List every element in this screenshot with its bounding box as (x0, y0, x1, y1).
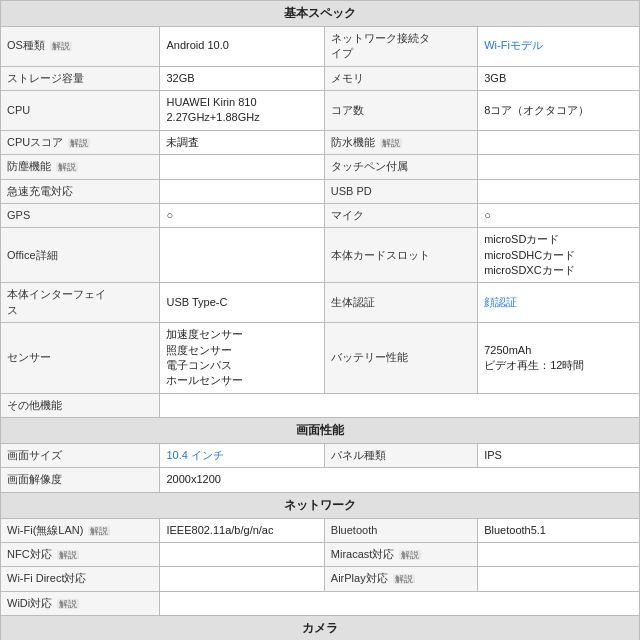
value-sensor: 加速度センサー照度センサー電子コンパスホールセンサー (160, 323, 324, 394)
label-usb-pd: USB PD (324, 179, 477, 203)
value-usb-pd (478, 179, 640, 203)
label-other: その他機能 (1, 393, 160, 417)
value-panel: IPS (478, 444, 640, 468)
table-row: 画面サイズ 10.4 インチ パネル種類 IPS (1, 444, 640, 468)
table-row: ストレージ容量 32GB メモリ 3GB (1, 66, 640, 90)
value-cores: 8コア（オクタコア） (478, 90, 640, 130)
label-sensor: センサー (1, 323, 160, 394)
table-row: Office詳細 本体カードスロット microSDカードmicroSDHCカー… (1, 228, 640, 283)
table-row: Wi-Fi Direct対応 AirPlay対応 解説 (1, 567, 640, 591)
label-cpu-score: CPUスコア 解説 (1, 130, 160, 154)
label-airplay: AirPlay対応 解説 (324, 567, 477, 591)
table-row: 画面解像度 2000x1200 (1, 468, 640, 492)
label-screen-size: 画面サイズ (1, 444, 160, 468)
table-row: OS種類 解説 Android 10.0 ネットワーク接続タイプ Wi-Fiモデ… (1, 26, 640, 66)
label-resolution: 画面解像度 (1, 468, 160, 492)
value-office (160, 228, 324, 283)
table-row: 防塵機能 解説 タッチペン付属 (1, 155, 640, 179)
table-row: センサー 加速度センサー照度センサー電子コンパスホールセンサー バッテリー性能 … (1, 323, 640, 394)
value-nfc (160, 542, 324, 566)
value-widi (160, 591, 640, 615)
table-row: その他機能 (1, 393, 640, 417)
table-row: WiDi対応 解説 (1, 591, 640, 615)
label-miracast: Miracast対応 解説 (324, 542, 477, 566)
label-stylus: タッチペン付属 (324, 155, 477, 179)
table-row: CPUスコア 解説 未調査 防水機能 解説 (1, 130, 640, 154)
label-panel: パネル種類 (324, 444, 477, 468)
label-gps: GPS (1, 203, 160, 227)
value-waterproof (478, 130, 640, 154)
section-header-network: ネットワーク (1, 492, 640, 518)
label-battery: バッテリー性能 (324, 323, 477, 394)
value-wifidirect (160, 567, 324, 591)
table-row: 急速充電対応 USB PD (1, 179, 640, 203)
label-network-type: ネットワーク接続タイプ (324, 26, 477, 66)
value-battery: 7250mAhビデオ再生：12時間 (478, 323, 640, 394)
label-interface: 本体インターフェイス (1, 283, 160, 323)
value-airplay (478, 567, 640, 591)
label-os: OS種類 解説 (1, 26, 160, 66)
label-wifi: Wi-Fi(無線LAN) 解説 (1, 518, 160, 542)
value-dustproof (160, 155, 324, 179)
section-header-camera: カメラ (1, 616, 640, 640)
value-mic: ○ (478, 203, 640, 227)
label-widi: WiDi対応 解説 (1, 591, 160, 615)
table-row: 本体インターフェイス USB Type-C 生体認証 顔認証 (1, 283, 640, 323)
label-card-slot: 本体カードスロット (324, 228, 477, 283)
section-header-basic: 基本スペック (1, 1, 640, 27)
value-other (160, 393, 640, 417)
table-row: Wi-Fi(無線LAN) 解説 IEEE802.11a/b/g/n/ac Blu… (1, 518, 640, 542)
value-interface: USB Type-C (160, 283, 324, 323)
label-cpu: CPU (1, 90, 160, 130)
label-cores: コア数 (324, 90, 477, 130)
value-memory: 3GB (478, 66, 640, 90)
label-mic: マイク (324, 203, 477, 227)
label-storage: ストレージ容量 (1, 66, 160, 90)
label-bluetooth: Bluetooth (324, 518, 477, 542)
label-wifidirect: Wi-Fi Direct対応 (1, 567, 160, 591)
value-cpu: HUAWEI Kirin 8102.27GHz+1.88GHz (160, 90, 324, 130)
value-resolution: 2000x1200 (160, 468, 640, 492)
label-biometric: 生体認証 (324, 283, 477, 323)
value-os: Android 10.0 (160, 26, 324, 66)
table-row: CPU HUAWEI Kirin 8102.27GHz+1.88GHz コア数 … (1, 90, 640, 130)
value-fast-charge (160, 179, 324, 203)
value-network-type: Wi-Fiモデル (478, 26, 640, 66)
label-office: Office詳細 (1, 228, 160, 283)
label-waterproof: 防水機能 解説 (324, 130, 477, 154)
value-bluetooth: Bluetooth5.1 (478, 518, 640, 542)
value-biometric: 顔認証 (478, 283, 640, 323)
value-wifi: IEEE802.11a/b/g/n/ac (160, 518, 324, 542)
value-card-slot: microSDカードmicroSDHCカードmicroSDXCカード (478, 228, 640, 283)
value-screen-size: 10.4 インチ (160, 444, 324, 468)
value-storage: 32GB (160, 66, 324, 90)
value-stylus (478, 155, 640, 179)
table-row: GPS ○ マイク ○ (1, 203, 640, 227)
label-memory: メモリ (324, 66, 477, 90)
value-gps: ○ (160, 203, 324, 227)
value-miracast (478, 542, 640, 566)
table-row: NFC対応 解説 Miracast対応 解説 (1, 542, 640, 566)
label-nfc: NFC対応 解説 (1, 542, 160, 566)
section-header-display: 画面性能 (1, 418, 640, 444)
label-fast-charge: 急速充電対応 (1, 179, 160, 203)
value-cpu-score: 未調査 (160, 130, 324, 154)
label-dustproof: 防塵機能 解説 (1, 155, 160, 179)
spec-table: 基本スペック OS種類 解説 Android 10.0 ネットワーク接続タイプ … (0, 0, 640, 640)
